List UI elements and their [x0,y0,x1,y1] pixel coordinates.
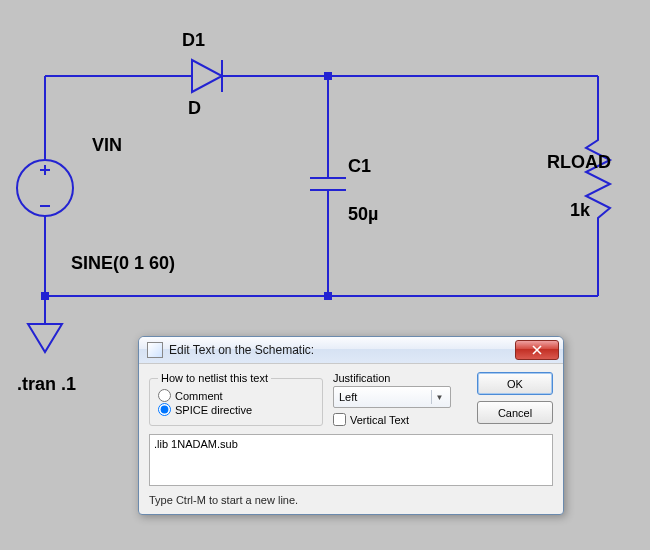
close-icon [532,345,542,355]
dialog-titlebar[interactable]: Edit Text on the Schematic: [139,337,563,364]
diode-refdes[interactable]: D1 [182,30,205,51]
app-icon [147,342,163,358]
radio-spice-label: SPICE directive [175,404,252,416]
directive-text-input[interactable] [149,434,553,486]
radio-comment-label: Comment [175,390,223,402]
diode-value[interactable]: D [188,98,201,119]
svg-marker-14 [192,60,222,92]
svg-rect-24 [324,292,332,300]
svg-rect-23 [324,72,332,80]
vsource-name[interactable]: VIN [92,135,122,156]
chevron-down-icon: ▼ [431,390,447,404]
cap-refdes[interactable]: C1 [348,156,371,177]
rload-value[interactable]: 1k [570,200,590,221]
rload-refdes[interactable]: RLOAD [547,152,627,173]
justification-select[interactable]: Left ▼ [333,386,451,408]
vertical-text-label: Vertical Text [350,414,409,426]
justification-label: Justification [333,372,451,384]
svg-rect-25 [41,292,49,300]
vertical-text-checkbox[interactable] [333,413,346,426]
close-button[interactable] [515,340,559,360]
netlist-group-label: How to netlist this text [158,372,271,384]
radio-comment[interactable] [158,389,171,402]
justification-column: Justification Left ▼ Vertical Text [333,372,451,426]
spice-directive-tran[interactable]: .tran .1 [17,374,76,395]
ok-button[interactable]: OK [477,372,553,395]
radio-spice-directive[interactable] [158,403,171,416]
edit-text-dialog: Edit Text on the Schematic: How to netli… [138,336,564,515]
dialog-title: Edit Text on the Schematic: [169,343,515,357]
netlist-group: How to netlist this text Comment SPICE d… [149,372,323,426]
dialog-hint: Type Ctrl-M to start a new line. [139,490,563,514]
justification-value: Left [339,391,357,403]
svg-marker-22 [28,324,62,352]
vsource-spec[interactable]: SINE(0 1 60) [71,253,175,274]
cancel-button[interactable]: Cancel [477,401,553,424]
cap-value[interactable]: 50µ [348,204,378,225]
